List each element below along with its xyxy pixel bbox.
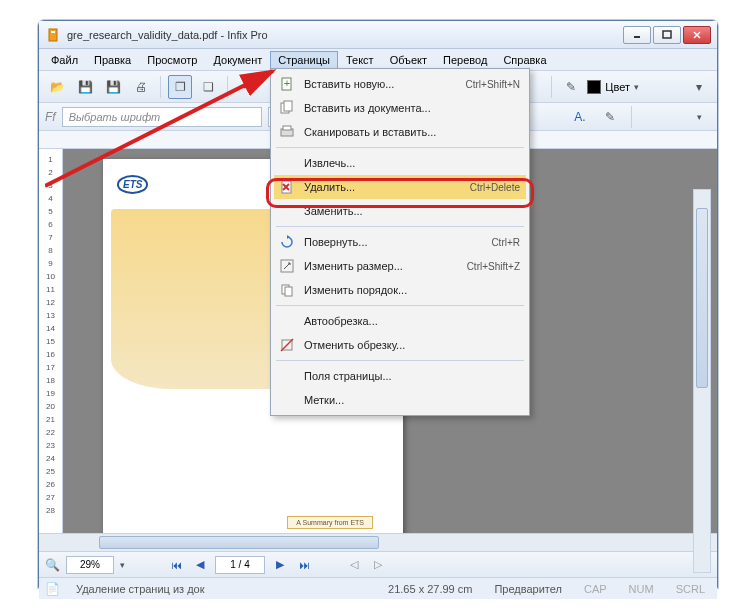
menu-view[interactable]: Просмотр [139,51,205,69]
menu-item-label: Изменить порядок... [304,284,520,296]
ruler-tick: 16 [39,348,62,361]
menu-item[interactable]: Изменить порядок... [274,278,526,302]
status-num: NUM [623,583,660,595]
svg-line-19 [281,339,293,351]
color-picker[interactable]: Цвет ▾ [587,80,639,94]
eyedropper-button[interactable]: ✎ [559,75,583,99]
maximize-button[interactable] [653,26,681,44]
pages-tool-button[interactable]: ❏ [196,75,220,99]
menu-item-label: Повернуть... [304,236,483,248]
resize-icon [278,257,296,275]
menu-item[interactable]: +Вставить новую...Ctrl+Shift+N [274,72,526,96]
status-bar: 📄 Удаление страниц из док 21.65 x 27.99 … [39,577,717,599]
minimize-button[interactable] [623,26,651,44]
ruler-tick: 13 [39,309,62,322]
menu-item-label: Автообрезка... [304,315,520,327]
next-page-button[interactable]: ▶ [271,557,289,573]
ruler-tick: 26 [39,478,62,491]
font-select[interactable]: Выбрать шрифт [62,107,262,127]
menu-item[interactable]: Автообрезка... [274,309,526,333]
menu-item-label: Вставить из документа... [304,102,520,114]
chevron-down-icon: ▾ [634,82,639,92]
menu-item[interactable]: Метки... [274,388,526,412]
menu-document[interactable]: Документ [205,51,270,69]
menu-item[interactable]: Вставить из документа... [274,96,526,120]
save-as-button[interactable]: 💾 [101,75,125,99]
ruler-tick: 9 [39,257,62,270]
menu-item-shortcut: Ctrl+R [491,237,520,248]
blank-icon [278,154,296,172]
reorder-icon [278,281,296,299]
first-page-button[interactable]: ⏮ [167,557,185,573]
menu-edit[interactable]: Правка [86,51,139,69]
undo-button[interactable]: ↶ [235,75,259,99]
ruler-tick: 4 [39,192,62,205]
scrollbar-thumb[interactable] [696,208,708,388]
menu-item-shortcut: Ctrl+Shift+Z [467,261,520,272]
menu-item-label: Отменить обрезку... [304,339,520,351]
menu-item[interactable]: Отменить обрезку... [274,333,526,357]
last-page-button[interactable]: ⏭ [295,557,313,573]
zoom-icon: 🔍 [45,558,60,572]
page-number-field[interactable]: 1 / 4 [215,556,265,574]
blank-icon [278,202,296,220]
status-dimensions: 21.65 x 27.99 cm [382,583,478,595]
navigation-bar: 🔍 29% ▾ ⏮ ◀ 1 / 4 ▶ ⏭ ◁ ▷ [39,551,717,577]
ruler-tick: 28 [39,504,62,517]
font-icon: Ff [45,110,56,124]
menu-item[interactable]: Повернуть...Ctrl+R [274,230,526,254]
ruler-tick: 8 [39,244,62,257]
menu-object[interactable]: Объект [382,51,435,69]
ruler-tick: 3 [39,179,62,192]
menu-item[interactable]: Заменить... [274,199,526,223]
zoom-select[interactable]: 29% [66,556,114,574]
ruler-tick: 12 [39,296,62,309]
menu-pages[interactable]: Страницы [270,51,338,69]
svg-rect-17 [285,287,292,296]
menu-file[interactable]: Файл [43,51,86,69]
pages-icon: ❏ [203,80,214,94]
menu-item-label: Заменить... [304,205,520,217]
menu-text[interactable]: Текст [338,51,382,69]
vertical-ruler: 1234567891011121314151617181920212223242… [39,149,63,533]
svg-rect-1 [51,31,55,33]
scrollbar-thumb[interactable] [99,536,379,549]
menu-item-label: Сканировать и вставить... [304,126,520,138]
menu-item-label: Извлечь... [304,157,520,169]
menu-item[interactable]: Изменить размер...Ctrl+Shift+Z [274,254,526,278]
color-label: Цвет [605,81,630,93]
menu-item[interactable]: Сканировать и вставить... [274,120,526,144]
undo-icon: ↶ [242,80,252,94]
status-icon: 📄 [45,582,60,596]
vertical-scrollbar[interactable] [693,189,711,573]
horizontal-scrollbar[interactable] [39,533,717,551]
menu-translate[interactable]: Перевод [435,51,495,69]
save-button[interactable]: 💾 [73,75,97,99]
text-color-button[interactable]: A. [568,105,592,129]
back-button[interactable]: ◁ [345,557,363,573]
chevron-down-icon: ▾ [697,112,702,122]
highlight-button[interactable]: ✎ [598,105,622,129]
print-button[interactable]: 🖨 [129,75,153,99]
app-icon [45,27,61,43]
close-button[interactable] [683,26,711,44]
menu-help[interactable]: Справка [495,51,554,69]
ruler-tick: 6 [39,218,62,231]
more-font-button[interactable]: ▾ [687,105,711,129]
forward-button[interactable]: ▷ [369,557,387,573]
window-title: gre_research_validity_data.pdf - Infix P… [67,29,623,41]
ruler-tick: 5 [39,205,62,218]
more-button[interactable]: ▾ [687,75,711,99]
ruler-tick: 15 [39,335,62,348]
menu-item[interactable]: Извлечь... [274,151,526,175]
svg-rect-3 [663,31,671,38]
page-tool-button[interactable]: ❐ [168,75,192,99]
open-button[interactable]: 📂 [45,75,69,99]
chevron-down-icon[interactable]: ▾ [120,560,125,570]
menu-item[interactable]: Удалить...Ctrl+Delete [274,175,526,199]
menu-item[interactable]: Поля страницы... [274,364,526,388]
menu-item-label: Поля страницы... [304,370,520,382]
print-icon: 🖨 [135,80,147,94]
prev-page-button[interactable]: ◀ [191,557,209,573]
rotate-icon [278,233,296,251]
